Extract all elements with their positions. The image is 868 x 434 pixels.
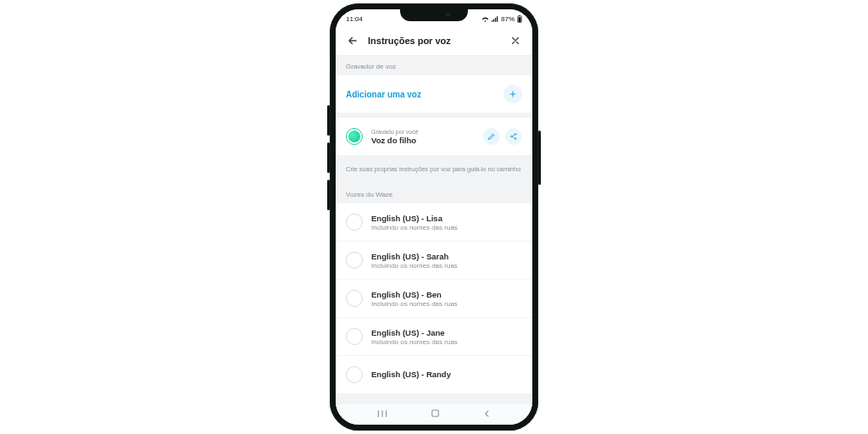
nav-home-button[interactable] bbox=[430, 407, 441, 422]
content-scroll[interactable]: Gravador de voz Adicionar uma voz Gravad… bbox=[336, 56, 532, 404]
add-voice-row[interactable]: Adicionar uma voz bbox=[336, 75, 532, 113]
radio-icon[interactable] bbox=[346, 290, 363, 307]
app-header: Instruções por voz bbox=[336, 26, 532, 56]
svg-rect-2 bbox=[518, 17, 520, 22]
radio-icon[interactable] bbox=[346, 252, 363, 269]
voice-sub: Incluindo os nomes das ruas bbox=[371, 300, 522, 308]
voice-sub: Incluindo os nomes das ruas bbox=[371, 338, 522, 346]
nav-back-button[interactable] bbox=[482, 407, 492, 422]
recorder-hint: Crie suas próprias instruções por voz pa… bbox=[336, 160, 532, 184]
add-voice-label: Adicionar uma voz bbox=[346, 90, 421, 99]
pencil-icon bbox=[487, 132, 496, 141]
section-label-waze: Vozes do Waze bbox=[336, 184, 532, 203]
chevron-left-icon bbox=[482, 409, 492, 419]
edit-voice-button[interactable] bbox=[483, 128, 500, 145]
list-item[interactable]: English (US) - Lisa Incluindo os nomes d… bbox=[336, 203, 532, 241]
canvas: 11:04 87% Instruções por voz bbox=[0, 0, 868, 434]
add-voice-button[interactable] bbox=[504, 85, 522, 103]
back-button[interactable] bbox=[344, 32, 361, 49]
svg-point-5 bbox=[515, 138, 516, 140]
custom-voice-overline: Gravado por você bbox=[371, 129, 475, 135]
svg-point-4 bbox=[515, 133, 516, 135]
status-right: 87% bbox=[481, 15, 522, 23]
waze-voices-list: English (US) - Lisa Incluindo os nomes d… bbox=[336, 203, 532, 393]
phone-notch bbox=[400, 9, 468, 21]
voice-name: English (US) - Randy bbox=[371, 370, 522, 379]
voice-sub: Incluindo os nomes das ruas bbox=[371, 262, 522, 270]
home-icon bbox=[430, 408, 441, 419]
custom-voice-row[interactable]: Gravado por você Voz do filho bbox=[336, 118, 532, 155]
custom-voice-card: Gravado por você Voz do filho bbox=[336, 118, 532, 155]
battery-icon bbox=[517, 15, 522, 23]
signal-icon bbox=[492, 16, 498, 22]
phone-frame: 11:04 87% Instruções por voz bbox=[330, 3, 538, 431]
recents-icon bbox=[376, 409, 388, 419]
voice-sub: Incluindo os nomes das ruas bbox=[371, 224, 522, 231]
list-item[interactable]: English (US) - Ben Incluindo os nomes da… bbox=[336, 279, 532, 317]
plus-icon bbox=[509, 90, 517, 98]
section-label-recorder: Gravador de voz bbox=[336, 56, 532, 75]
svg-rect-6 bbox=[432, 410, 439, 417]
page-title: Instruções por voz bbox=[368, 36, 500, 46]
list-item[interactable]: English (US) - Sarah Incluindo os nomes … bbox=[336, 241, 532, 279]
phone-screen: 11:04 87% Instruções por voz bbox=[336, 9, 532, 425]
close-icon bbox=[510, 36, 520, 46]
wifi-icon bbox=[481, 16, 489, 22]
radio-selected-icon[interactable] bbox=[346, 128, 363, 145]
status-time: 11:04 bbox=[346, 15, 363, 23]
voice-name: English (US) - Sarah bbox=[371, 252, 522, 261]
list-item[interactable]: English (US) - Randy bbox=[336, 355, 532, 393]
radio-icon[interactable] bbox=[346, 366, 363, 383]
arrow-left-icon bbox=[347, 35, 359, 47]
share-voice-button[interactable] bbox=[505, 128, 522, 145]
voice-name: English (US) - Lisa bbox=[371, 214, 522, 223]
battery-percent: 87% bbox=[501, 15, 515, 23]
radio-icon[interactable] bbox=[346, 328, 363, 345]
radio-icon[interactable] bbox=[346, 214, 363, 231]
list-item[interactable]: English (US) - Jane Incluindo os nomes d… bbox=[336, 317, 532, 355]
custom-voice-name: Voz do filho bbox=[371, 136, 475, 145]
close-button[interactable] bbox=[507, 32, 524, 49]
voice-name: English (US) - Jane bbox=[371, 328, 522, 337]
recorder-card: Adicionar uma voz bbox=[336, 75, 532, 113]
svg-point-3 bbox=[511, 136, 513, 137]
voice-name: English (US) - Ben bbox=[371, 290, 522, 299]
share-icon bbox=[509, 132, 518, 141]
android-nav-bar bbox=[336, 404, 532, 425]
nav-recents-button[interactable] bbox=[376, 407, 388, 422]
